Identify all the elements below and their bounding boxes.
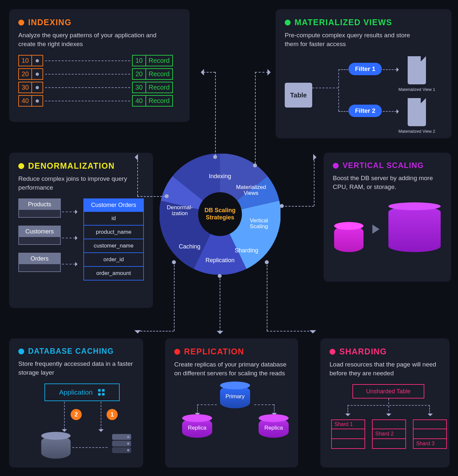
svg-point-2 bbox=[98, 393, 101, 396]
card-denormalization: DENORMALIZATION Reduce complex joins to … bbox=[9, 153, 153, 308]
wheel-seg: Sharding bbox=[235, 247, 258, 254]
replication-diagram: Primary Replica Replica bbox=[174, 384, 289, 440]
application-box: Application bbox=[44, 383, 120, 401]
matv-diagram: Table Filter 1 Filter 2 Materialized Vie… bbox=[285, 55, 442, 127]
arrowhead-icon bbox=[397, 109, 401, 114]
dashed-connector bbox=[338, 69, 339, 111]
table-row: order_amount bbox=[84, 266, 143, 280]
card-sharding: SHARDING Load resources that the page wi… bbox=[320, 338, 450, 468]
record-label: Record bbox=[146, 55, 173, 66]
small-db-icon bbox=[334, 226, 364, 252]
shard-row: Shard 3 bbox=[413, 439, 447, 449]
card-indexing: INDEXING Analyze the query patterns of y… bbox=[9, 9, 190, 122]
shard-row bbox=[372, 439, 406, 449]
card-desc: Analyze the query patterns of your appli… bbox=[18, 31, 159, 48]
source-table: Customers bbox=[18, 226, 61, 245]
arrowhead-icon bbox=[75, 262, 80, 266]
card-title: REPLICATION bbox=[184, 347, 244, 356]
arrowhead-icon bbox=[75, 236, 80, 240]
dashed-connector bbox=[338, 111, 348, 112]
shard-cluster: Shard 3 bbox=[413, 419, 447, 449]
index-key: 30 bbox=[18, 82, 32, 93]
dashed-connector bbox=[62, 238, 75, 238]
arrowhead-down-icon bbox=[98, 429, 104, 434]
dashed-connector bbox=[45, 87, 130, 88]
source-table: Table bbox=[285, 83, 312, 108]
index-key: 40 bbox=[18, 95, 32, 107]
application-label: Application bbox=[59, 388, 93, 396]
app-icon bbox=[98, 389, 105, 396]
card-desc: Boost the DB server by adding more CPU, … bbox=[333, 174, 442, 191]
cache-diagram: Application 2 1 bbox=[18, 383, 134, 455]
svg-rect-3 bbox=[102, 393, 105, 396]
mv1-caption: Materialized View 1 bbox=[394, 87, 440, 92]
card-title: INDEXING bbox=[28, 18, 72, 27]
card-title: VERTICAL SCALING bbox=[343, 161, 424, 170]
record-label: Record bbox=[146, 68, 173, 80]
replica-label: Replica bbox=[259, 425, 288, 431]
pointer-icon bbox=[32, 55, 43, 66]
table-header: Customer Orders bbox=[84, 199, 143, 211]
shard-row bbox=[331, 439, 365, 449]
record-label: Record bbox=[146, 95, 173, 107]
strategy-wheel: Indexing MaterializedViews VerticalScali… bbox=[160, 154, 280, 275]
card-title: SHARDING bbox=[339, 347, 387, 356]
svg-rect-0 bbox=[98, 389, 101, 392]
dashed-connector bbox=[45, 101, 130, 101]
denorm-diagram: Products Customers Orders Customer Order… bbox=[18, 198, 144, 280]
wheel-center: DB Scaling Strategies bbox=[198, 192, 242, 236]
dashed-connector bbox=[388, 399, 389, 415]
dashed-connector bbox=[254, 404, 274, 405]
wheel-seg: Caching bbox=[179, 243, 200, 250]
shard-row bbox=[331, 429, 365, 439]
card-title: DENORMALIZATION bbox=[28, 161, 115, 171]
dashed-connector bbox=[64, 402, 65, 429]
arrowhead-down-icon bbox=[386, 414, 391, 419]
source-table: Products bbox=[18, 198, 61, 218]
wheel-seg: Indexing bbox=[209, 173, 231, 179]
record-key: 10 bbox=[132, 55, 146, 66]
card-title: MATERIALIZED VIEWS bbox=[295, 18, 392, 27]
card-database-caching: DATABASE CACHING Store frequently access… bbox=[9, 338, 143, 468]
dashed-connector bbox=[62, 264, 75, 264]
dashed-connector bbox=[383, 111, 397, 112]
arrowhead-down-icon bbox=[428, 414, 433, 419]
dashed-connector bbox=[383, 69, 397, 70]
table-row: customer_name bbox=[84, 239, 143, 252]
bullet-icon bbox=[330, 349, 335, 355]
bullet-icon bbox=[174, 349, 180, 355]
card-desc: Store frequently accessed data in a fast… bbox=[18, 360, 134, 377]
bullet-icon bbox=[18, 163, 24, 169]
card-materialized-views: MATERIALIZED VIEWS Pre-compute complex q… bbox=[276, 9, 451, 138]
replica-label: Replica bbox=[182, 425, 212, 431]
record-key: 40 bbox=[132, 95, 146, 107]
index-key: 20 bbox=[18, 68, 32, 80]
svg-point-7 bbox=[127, 443, 129, 445]
card-title: DATABASE CACHING bbox=[28, 347, 114, 356]
table-row: product_name bbox=[84, 225, 143, 239]
shard-row bbox=[413, 429, 447, 439]
filter-pill: Filter 2 bbox=[348, 105, 382, 117]
record-label: Record bbox=[146, 82, 173, 93]
step-badge: 2 bbox=[71, 409, 82, 420]
record-key: 30 bbox=[132, 82, 146, 93]
bullet-icon bbox=[333, 163, 339, 169]
card-replication: REPLICATION Create replicas of your prim… bbox=[165, 338, 298, 468]
primary-label: Primary bbox=[220, 393, 250, 400]
pointer-icon bbox=[32, 95, 43, 107]
shard-row: Shard 1 bbox=[331, 419, 365, 429]
arrowhead-icon bbox=[397, 67, 401, 72]
pointer-icon bbox=[32, 82, 43, 93]
arrowhead-down-icon bbox=[345, 414, 350, 419]
dashed-connector bbox=[197, 404, 217, 405]
source-table: Orders bbox=[18, 253, 61, 272]
record-key: 20 bbox=[132, 68, 146, 80]
target-table: Customer Orders id product_name customer… bbox=[83, 198, 144, 280]
card-desc: Pre-compute complex query results and st… bbox=[285, 31, 425, 48]
cache-stack-icon bbox=[110, 433, 133, 456]
svg-rect-1 bbox=[102, 389, 105, 392]
file-icon bbox=[408, 61, 426, 84]
dashed-connector bbox=[72, 447, 108, 448]
vscale-diagram bbox=[333, 206, 442, 252]
card-desc: Create replicas of your primary database… bbox=[174, 360, 289, 378]
